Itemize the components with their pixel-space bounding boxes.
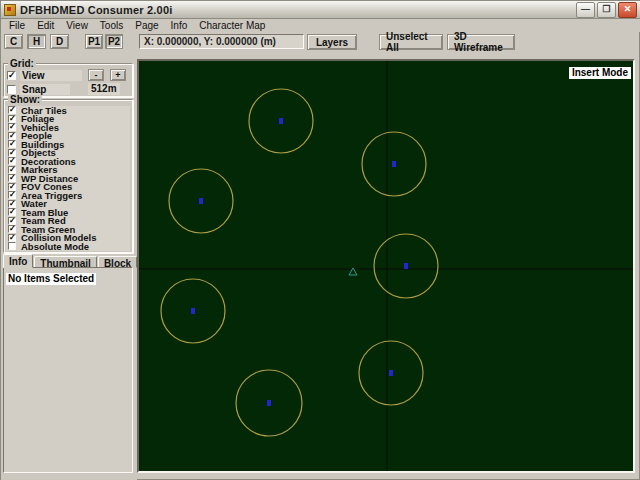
close-icon[interactable]: ✕ [618,2,637,18]
mode-buttons: CHD [4,34,69,49]
snap-value: 512m [88,83,120,95]
map-viewport[interactable]: Insert Mode [137,59,635,473]
mode-button-c[interactable]: C [4,34,23,49]
mode-button-d[interactable]: D [50,34,69,49]
window-title: DFBHDMED Consumer 2.00i [20,4,173,16]
sidebar-tabs: InfoThumbnailBlock [3,253,138,268]
toolbar: CHD P1P2 X: 0.000000, Y: 0.000000 (m) La… [1,32,640,55]
grid-zoom-out-button[interactable]: - [88,69,104,81]
window-controls: — ❐ ✕ [576,2,640,18]
grid-view-row: ✓ View [7,69,82,81]
wireframe-button[interactable]: 3D Wireframe [447,34,515,50]
map-svg [139,61,633,471]
minimize-icon[interactable]: — [576,2,595,18]
app-window: DFBHDMED Consumer 2.00i — ❐ ✕ FileEditVi… [0,0,640,480]
show-groupbox: Show: ✓Char Tiles✓Foliage✓Vehicles✓Peopl… [3,99,133,253]
menu-item-character-map[interactable]: Character Map [193,20,271,31]
mode-button-h[interactable]: H [27,34,46,49]
unselect-all-button[interactable]: Unselect All [379,34,443,50]
checkbox-absolute-mode[interactable] [8,242,16,250]
menu-bar: FileEditViewToolsPageInfoCharacter Map [1,19,640,32]
coordinate-readout: X: 0.000000, Y: 0.000000 (m) [139,34,304,49]
selection-status: No Items Selected [6,273,96,285]
action-buttons: LayersUnselect All3D Wireframe [307,34,515,50]
show-group-label: Show: [8,95,42,105]
sidebar: Grid: ✓ View - + Snap 512m Show: ✓Char T… [1,55,137,480]
view-label: View [20,70,82,81]
unit-marker-1 [279,118,283,124]
unit-marker-3 [199,198,203,204]
view-checkbox[interactable]: ✓ [7,71,16,80]
page-buttons: P1P2 [85,34,123,49]
snap-label: Snap [20,84,70,95]
menu-item-tools[interactable]: Tools [94,20,129,31]
unit-marker-7 [267,400,271,406]
unit-marker-2 [392,161,396,167]
menu-item-file[interactable]: File [3,20,31,31]
menu-item-edit[interactable]: Edit [31,20,60,31]
grid-groupbox: Grid: ✓ View - + Snap 512m [3,63,133,97]
snap-checkbox[interactable] [7,85,16,94]
tab-info[interactable]: Info [3,254,33,268]
app-icon [4,4,16,16]
menu-item-page[interactable]: Page [129,20,164,31]
page-button-p1[interactable]: P1 [85,34,103,49]
unit-marker-5 [191,308,195,314]
title-bar: DFBHDMED Consumer 2.00i — ❐ ✕ [1,1,640,19]
menu-item-info[interactable]: Info [165,20,194,31]
grid-group-label: Grid: [8,59,36,69]
unit-marker-6 [389,370,393,376]
checkbox-collision-models[interactable]: ✓ [8,234,16,242]
menu-item-view[interactable]: View [60,20,94,31]
page-button-p2[interactable]: P2 [105,34,123,49]
grid-zoom-in-button[interactable]: + [110,69,126,81]
label-absolute-mode: Absolute Mode [21,242,89,251]
show-item-absolute-mode[interactable]: Absolute Mode [6,242,130,251]
layers-button[interactable]: Layers [307,34,357,50]
restore-icon[interactable]: ❐ [597,2,616,18]
insert-mode-badge: Insert Mode [569,67,631,79]
info-panel: No Items Selected [3,267,133,473]
unit-marker-4 [404,263,408,269]
show-layer-list: ✓Char Tiles✓Foliage✓Vehicles✓People✓Buil… [6,106,130,251]
